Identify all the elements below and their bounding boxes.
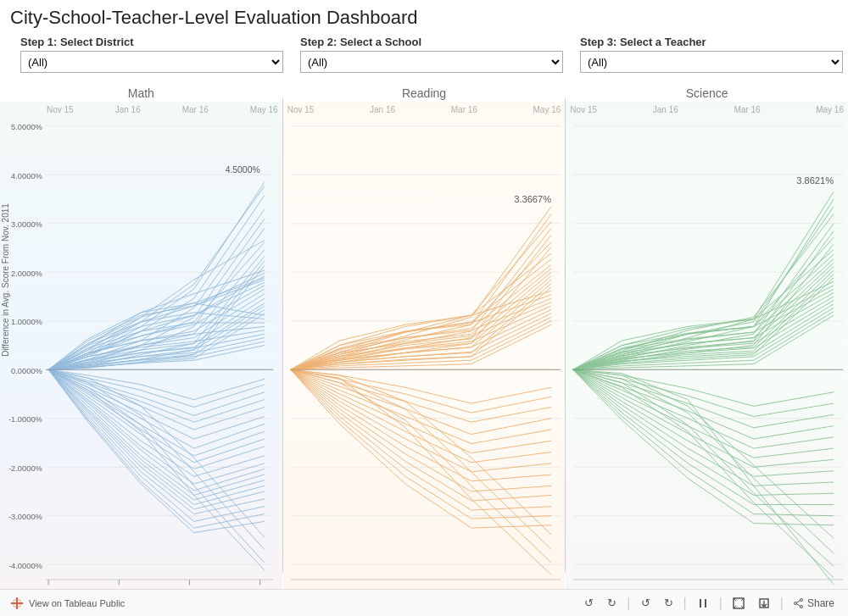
svg-text:4.5000%: 4.5000% — [226, 164, 260, 175]
math-title: Math — [0, 81, 282, 102]
svg-line-68 — [796, 600, 800, 602]
step1-group: Step 1: Select District (All) — [20, 36, 283, 73]
charts-area: Math — [0, 81, 848, 589]
footer-divider4: | — [780, 596, 784, 611]
pause-icon — [697, 597, 709, 609]
science-inner: 3.8621% — [566, 102, 848, 589]
undo-button[interactable]: ↺ — [581, 595, 597, 611]
download-button[interactable] — [755, 596, 773, 611]
redo-button[interactable]: ↻ — [604, 595, 620, 611]
footer: View on Tableau Public ↺ ↻ | ↺ ↻ | | — [0, 589, 848, 616]
footer-divider3: | — [719, 596, 722, 611]
tableau-link[interactable]: View on Tableau Public — [29, 598, 125, 608]
page-title: City-School-Teacher-Level Evaluation Das… — [10, 7, 838, 29]
download-icon — [758, 597, 770, 609]
y-axis-label-container: Difference in Avg. Score From Nov. 2011 — [0, 110, 10, 449]
fullscreen-button[interactable] — [729, 596, 748, 611]
tableau-icon — [10, 597, 24, 610]
svg-text:4.0000%: 4.0000% — [11, 170, 42, 180]
svg-text:1.0000%: 1.0000% — [11, 317, 42, 326]
reading-chart: Reading — [283, 81, 566, 589]
math-inner: 5.0000% 4.0000% 3.0000% 2.0000% 1.0000% … — [0, 102, 282, 589]
forward-button[interactable]: ↻ — [661, 595, 677, 611]
reading-inner: 3.3667% — [283, 102, 566, 589]
app: City-School-Teacher-Level Evaluation Das… — [0, 0, 848, 616]
svg-rect-54 — [11, 602, 23, 604]
footer-divider1: | — [627, 596, 630, 611]
header: City-School-Teacher-Level Evaluation Das… — [0, 0, 848, 81]
svg-rect-56 — [700, 599, 701, 608]
svg-text:2.0000%: 2.0000% — [11, 268, 42, 277]
svg-text:0.0000%: 0.0000% — [11, 365, 42, 375]
share-icon — [794, 598, 804, 608]
svg-text:-3.0000%: -3.0000% — [8, 512, 42, 521]
step1-label: Step 1: Select District — [20, 36, 283, 48]
svg-line-69 — [796, 603, 800, 606]
fullscreen-icon — [733, 597, 745, 609]
svg-text:-4.0000%: -4.0000% — [8, 560, 42, 569]
science-svg: 3.8621% — [566, 102, 848, 589]
svg-text:3.3667%: 3.3667% — [514, 194, 551, 204]
svg-point-67 — [794, 602, 796, 604]
step2-select[interactable]: (All) — [300, 51, 563, 73]
science-title: Science — [566, 81, 848, 102]
y-axis-label: Difference in Avg. Score From Nov. 2011 — [1, 203, 10, 357]
science-chart: Science — [566, 81, 848, 589]
math-svg: 5.0000% 4.0000% 3.0000% 2.0000% 1.0000% … — [0, 102, 282, 589]
share-button[interactable]: Share — [790, 596, 838, 611]
step1-select[interactable]: (All) — [20, 51, 283, 73]
svg-text:3.8621%: 3.8621% — [797, 175, 834, 186]
share-label: Share — [807, 597, 834, 609]
footer-right: ↺ ↻ | ↺ ↻ | | — [581, 595, 838, 611]
reading-title: Reading — [283, 81, 566, 102]
step2-group: Step 2: Select a School (All) — [300, 36, 563, 73]
step3-label: Step 3: Select a Teacher — [580, 36, 843, 48]
svg-text:3.0000%: 3.0000% — [11, 219, 42, 229]
footer-divider2: | — [683, 596, 687, 611]
svg-text:-2.0000%: -2.0000% — [8, 463, 42, 472]
pause-button[interactable] — [694, 596, 712, 611]
revert-button[interactable]: ↺ — [638, 595, 654, 611]
svg-point-65 — [800, 598, 802, 601]
footer-left: View on Tableau Public — [10, 597, 125, 610]
step2-label: Step 2: Select a School — [300, 36, 563, 48]
svg-rect-57 — [705, 599, 706, 608]
controls-row: Step 1: Select District (All) Step 2: Se… — [10, 36, 838, 78]
step3-select[interactable]: (All) — [580, 51, 843, 73]
math-chart: Math — [0, 81, 282, 589]
step3-group: Step 3: Select a Teacher (All) — [580, 36, 843, 73]
svg-text:-1.0000%: -1.0000% — [8, 414, 42, 424]
svg-text:5.0000%: 5.0000% — [11, 122, 42, 131]
reading-svg: 3.3667% — [283, 102, 566, 589]
svg-point-66 — [800, 605, 802, 608]
